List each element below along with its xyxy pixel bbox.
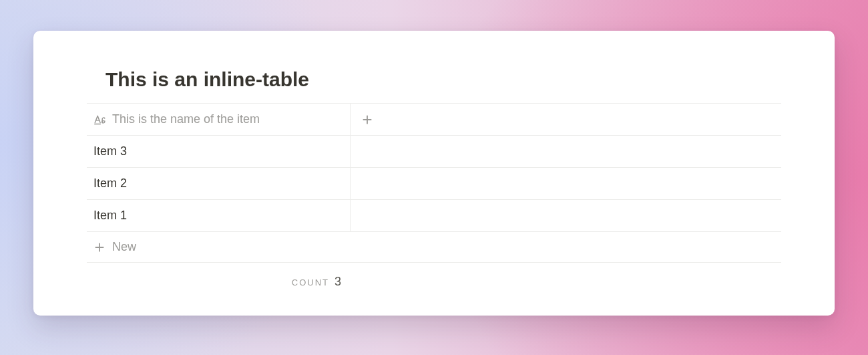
cell-name[interactable]: Item 1 (87, 200, 351, 231)
table-row[interactable]: Item 1 (87, 199, 781, 231)
cell-name[interactable]: Item 3 (87, 136, 351, 167)
add-row-button[interactable]: New (87, 231, 781, 263)
count-value: 3 (335, 275, 341, 289)
plus-icon (361, 114, 373, 126)
table-title[interactable]: This is an inline-table (87, 68, 781, 91)
add-row-label: New (112, 240, 136, 254)
inline-table: This is the name of the item Item 3 Item… (87, 103, 781, 263)
column-header-name-label: This is the name of the item (112, 112, 260, 126)
cell-empty[interactable] (351, 200, 781, 231)
add-column-button[interactable] (351, 104, 781, 135)
table-header-row: This is the name of the item (87, 103, 781, 135)
count-aggregate[interactable]: Count 3 (87, 275, 351, 289)
cell-empty[interactable] (351, 136, 781, 167)
plus-icon (93, 241, 105, 253)
table-row[interactable]: Item 2 (87, 167, 781, 199)
count-label: Count (292, 277, 329, 287)
column-header-name[interactable]: This is the name of the item (87, 104, 351, 135)
cell-empty[interactable] (351, 168, 781, 199)
table-row[interactable]: Item 3 (87, 135, 781, 167)
title-property-icon (93, 114, 105, 126)
cell-name[interactable]: Item 2 (87, 168, 351, 199)
table-footer: Count 3 (87, 263, 781, 289)
inline-table-card: This is an inline-table This is the name… (33, 31, 835, 316)
